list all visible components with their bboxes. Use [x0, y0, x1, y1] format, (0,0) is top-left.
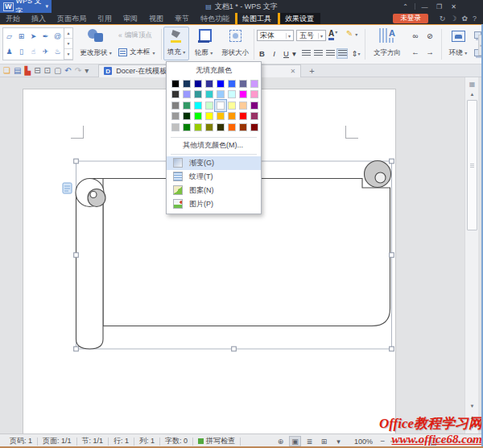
- fill-color-swatch[interactable]: [192, 111, 204, 122]
- contextual-tab[interactable]: 绘图工具: [235, 13, 278, 24]
- robot-shape-icon[interactable]: ♟: [3, 44, 15, 60]
- login-button[interactable]: 未登录: [393, 14, 428, 23]
- ribbon-tab-7[interactable]: 章节: [169, 13, 195, 24]
- print-icon[interactable]: ⊟: [34, 65, 40, 77]
- fill-color-swatch[interactable]: [249, 100, 260, 111]
- highlight-button[interactable]: ✎ ▾: [346, 29, 357, 38]
- more-fill-colors-option[interactable]: 其他填充颜色(M)...: [167, 139, 261, 152]
- ribbon-tab-8[interactable]: 特色功能: [195, 13, 235, 24]
- vertical-scrollbar[interactable]: ▦ ▲ ▼ ▲ ▼: [464, 77, 478, 433]
- font-size-combo[interactable]: 五号▾: [296, 30, 326, 41]
- fill-color-swatch[interactable]: [215, 78, 226, 89]
- zoom-out-button[interactable]: −: [378, 437, 387, 446]
- close-button[interactable]: ✕: [447, 1, 460, 12]
- justify-button[interactable]: [336, 48, 348, 59]
- align-center-button[interactable]: [312, 48, 324, 59]
- font-name-combo[interactable]: 宋体▾: [257, 30, 294, 41]
- no-fill-option[interactable]: 无填充颜色: [167, 64, 261, 77]
- fill-color-swatch[interactable]: [181, 100, 192, 111]
- qat-more-icon[interactable]: ▾: [85, 65, 89, 77]
- web-view-icon[interactable]: ⊞: [318, 436, 330, 446]
- underline-options-icon[interactable]: ▾: [291, 48, 297, 59]
- new-tab-button[interactable]: +: [309, 66, 314, 76]
- wrap-button[interactable]: 环绕 ▾: [444, 27, 473, 60]
- next-page-icon[interactable]: ▼: [466, 422, 478, 432]
- ribbon-tab-3[interactable]: 页面布局: [52, 13, 92, 24]
- fill-color-swatch[interactable]: [226, 78, 237, 89]
- scroll-up-icon[interactable]: ▲: [466, 89, 478, 99]
- zoom-slider[interactable]: [390, 441, 464, 442]
- fill-color-swatch[interactable]: [192, 100, 204, 111]
- fill-color-swatch[interactable]: [249, 78, 260, 89]
- at-sign-shape-icon[interactable]: @: [52, 28, 64, 44]
- fill-color-swatch[interactable]: [215, 111, 226, 122]
- wps-menu-button[interactable]: W WPS 文字 ▾: [0, 0, 52, 13]
- new-document-icon[interactable]: ▢: [54, 65, 61, 77]
- fill-color-swatch[interactable]: [170, 111, 181, 122]
- fullscreen-view-icon[interactable]: ⊕: [275, 436, 287, 446]
- fill-color-swatch[interactable]: [237, 100, 249, 111]
- contextual-tab[interactable]: 效果设置: [278, 13, 320, 24]
- arrow-shape-icon[interactable]: ➤: [27, 28, 39, 44]
- ribbon-tab-2[interactable]: 插入: [26, 13, 52, 24]
- save-icon[interactable]: ▤: [14, 65, 21, 77]
- line-spacing-button[interactable]: ⇕▾: [350, 48, 361, 59]
- fill-color-swatch[interactable]: [215, 100, 226, 111]
- zoom-slider-thumb[interactable]: [431, 438, 436, 446]
- fill-color-swatch[interactable]: [170, 78, 181, 89]
- fill-color-swatch[interactable]: [226, 89, 237, 101]
- scrollbar-thumb[interactable]: [467, 100, 477, 230]
- spell-check-button[interactable]: 拼写检查: [193, 436, 240, 446]
- fill-color-swatch[interactable]: [192, 122, 204, 133]
- export-pdf-icon[interactable]: ▙: [24, 65, 31, 77]
- fill-color-swatch[interactable]: [181, 122, 192, 133]
- scroll-down-icon[interactable]: ▼: [466, 401, 478, 411]
- fill-color-swatch[interactable]: [192, 78, 204, 89]
- shape-size-button[interactable]: 形状大小: [218, 27, 252, 60]
- squares-shape-icon[interactable]: ⊞: [15, 28, 27, 44]
- italic-button[interactable]: I: [269, 48, 279, 59]
- minimize-button[interactable]: —: [418, 1, 431, 12]
- ribbon-tab-4[interactable]: 引用: [92, 13, 118, 24]
- gallery-up-icon[interactable]: ▲: [64, 28, 72, 39]
- thumbs-up-shape-icon[interactable]: ☝: [27, 44, 39, 60]
- align-left-button[interactable]: [300, 48, 312, 59]
- change-shape-button[interactable]: 更改形状 ▾: [76, 27, 116, 60]
- outline-button[interactable]: 轮廓 ▾: [191, 27, 217, 60]
- scroll-shape-icon[interactable]: ▱: [3, 28, 15, 44]
- fill-color-swatch[interactable]: [249, 111, 260, 122]
- ribbon-tab-6[interactable]: 视图: [143, 13, 169, 24]
- fill-color-swatch[interactable]: [204, 100, 215, 111]
- gallery-more-icon[interactable]: ▼: [64, 49, 72, 60]
- fill-color-swatch[interactable]: [192, 89, 204, 101]
- fill-menu-option-picture[interactable]: 图片(P): [167, 197, 261, 211]
- fill-color-swatch[interactable]: [237, 111, 249, 122]
- previous-page-icon[interactable]: ▲: [466, 413, 478, 422]
- fill-color-swatch[interactable]: [226, 100, 237, 111]
- close-tab-icon[interactable]: ✕: [290, 68, 295, 75]
- fill-color-swatch[interactable]: [249, 122, 260, 133]
- text-direction-button[interactable]: 文字方向: [369, 27, 406, 60]
- more-views-icon[interactable]: ▾: [332, 436, 345, 446]
- zoom-in-button[interactable]: +: [468, 437, 477, 446]
- fill-color-swatch[interactable]: [215, 89, 226, 101]
- fill-color-swatch[interactable]: [215, 122, 226, 133]
- fill-button[interactable]: 填充 ▾: [163, 27, 189, 60]
- fill-color-swatch[interactable]: [226, 111, 237, 122]
- align-right-button[interactable]: [324, 48, 336, 59]
- open-folder-icon[interactable]: ❏: [3, 65, 10, 77]
- fill-color-swatch[interactable]: [237, 78, 249, 89]
- fill-color-swatch[interactable]: [181, 78, 192, 89]
- refresh-icon[interactable]: ↻: [440, 15, 446, 23]
- fill-color-swatch[interactable]: [204, 111, 215, 122]
- fill-color-swatch[interactable]: [181, 89, 192, 101]
- fill-menu-option-pattern[interactable]: 图案(N): [167, 184, 261, 197]
- ribbon-tab-5[interactable]: 审阅: [118, 13, 143, 24]
- font-color-button[interactable]: A ▾: [328, 29, 337, 40]
- bold-button[interactable]: B: [257, 48, 267, 59]
- plane-shape-icon[interactable]: ✈: [39, 44, 52, 60]
- fill-color-swatch[interactable]: [170, 122, 181, 133]
- print-preview-icon[interactable]: ⊡: [44, 65, 51, 77]
- fill-color-swatch[interactable]: [204, 122, 215, 133]
- text-box-button[interactable]: 文本框 ▾: [118, 47, 155, 58]
